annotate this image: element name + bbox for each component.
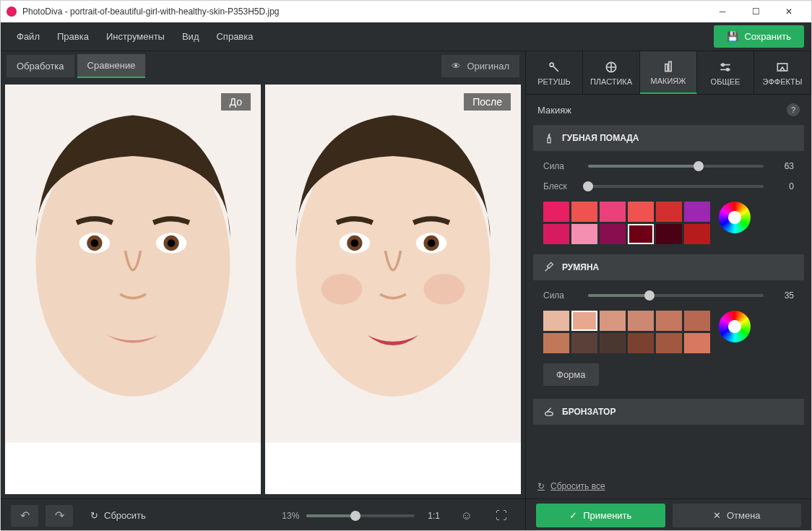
color-swatch[interactable] xyxy=(600,333,626,353)
color-swatch[interactable] xyxy=(543,311,569,331)
reset-button[interactable]: ↻ Сбросить xyxy=(80,506,156,525)
menu-view[interactable]: Вид xyxy=(173,31,208,42)
save-button[interactable]: 💾 Сохранить xyxy=(714,25,804,48)
apply-button[interactable]: ✓ Применить xyxy=(536,504,665,527)
lipstick-section-header[interactable]: ГУБНАЯ ПОМАДА xyxy=(533,125,804,151)
svg-point-10 xyxy=(321,274,363,304)
zoom-value: 13% xyxy=(282,511,299,521)
color-swatch[interactable] xyxy=(628,224,654,244)
color-swatch[interactable] xyxy=(628,333,654,353)
color-swatch[interactable] xyxy=(656,224,682,244)
view-tabs: Обработка Сравнение 👁 Оригинал xyxy=(1,51,525,80)
original-button[interactable]: 👁 Оригинал xyxy=(441,55,519,77)
sliders-icon xyxy=(718,60,733,74)
menu-help[interactable]: Справка xyxy=(207,31,262,42)
blush-strength-label: Сила xyxy=(543,290,579,301)
sculpt-icon xyxy=(604,60,618,74)
blush-strength-value: 35 xyxy=(772,290,794,301)
lipstick-color-wheel[interactable] xyxy=(719,202,751,233)
zoom-slider[interactable] xyxy=(306,514,415,517)
lipstick-strength-slider[interactable] xyxy=(588,165,764,168)
image-comparison-area: До Посл xyxy=(1,80,525,498)
svg-point-22 xyxy=(722,64,724,66)
bronzer-section-header[interactable]: БРОНЗАТОР xyxy=(533,399,804,425)
color-swatch[interactable] xyxy=(684,202,710,222)
lipstick-gloss-value: 0 xyxy=(772,181,794,191)
lipstick-gloss-row: Блеск 0 xyxy=(533,181,804,191)
tool-tab-sculpt[interactable]: ПЛАСТИКА xyxy=(583,51,640,94)
tool-tab-effects[interactable]: ЭФФЕКТЫ xyxy=(754,51,811,94)
blush-strength-slider[interactable] xyxy=(588,294,764,297)
color-swatch[interactable] xyxy=(628,202,654,222)
color-swatch[interactable] xyxy=(684,311,710,331)
svg-point-17 xyxy=(428,239,436,247)
minimize-button[interactable]: ─ xyxy=(706,1,739,22)
menu-tools[interactable]: Инструменты xyxy=(98,31,173,42)
svg-rect-21 xyxy=(669,61,671,71)
blush-color-grid xyxy=(543,311,710,353)
reset-all-icon: ↻ xyxy=(537,481,545,491)
action-bar: ✓ Применить ✕ Отмена xyxy=(526,498,811,531)
reset-icon: ↻ xyxy=(90,510,98,521)
help-button[interactable]: ? xyxy=(787,103,800,116)
retouch-icon xyxy=(547,60,561,74)
color-swatch[interactable] xyxy=(628,311,654,331)
color-swatch[interactable] xyxy=(656,333,682,353)
window-title: PhotoDiva - portrait-of-beautiful-girl-w… xyxy=(22,7,706,17)
x-icon: ✕ xyxy=(713,510,721,521)
blush-section-header[interactable]: РУМЯНА xyxy=(533,254,804,280)
fullscreen-button[interactable]: ⛶ xyxy=(488,505,515,527)
color-swatch[interactable] xyxy=(600,202,626,222)
color-swatch[interactable] xyxy=(656,202,682,222)
color-swatch[interactable] xyxy=(543,202,569,222)
menu-bar: Файл Правка Инструменты Вид Справка 💾 Со… xyxy=(1,22,811,51)
color-swatch[interactable] xyxy=(600,224,626,244)
tab-processing[interactable]: Обработка xyxy=(7,55,74,77)
lipstick-strength-label: Сила xyxy=(543,161,579,171)
color-swatch[interactable] xyxy=(684,224,710,244)
color-swatch[interactable] xyxy=(543,224,569,244)
makeup-icon xyxy=(661,59,675,74)
brush-icon xyxy=(543,262,555,273)
lipstick-strength-row: Сила 63 xyxy=(533,161,804,171)
powder-icon xyxy=(543,406,555,418)
blush-color-wheel[interactable] xyxy=(719,311,751,342)
tool-tab-makeup[interactable]: МАКИЯЖ xyxy=(640,51,697,94)
tab-compare[interactable]: Сравнение xyxy=(77,54,146,78)
undo-button[interactable]: ↶ xyxy=(11,505,38,527)
color-swatch[interactable] xyxy=(571,311,597,331)
svg-point-23 xyxy=(727,68,729,70)
reset-all-button[interactable]: ↻ Сбросить все xyxy=(526,474,811,498)
cancel-button[interactable]: ✕ Отмена xyxy=(673,504,802,527)
color-swatch[interactable] xyxy=(656,311,682,331)
color-swatch[interactable] xyxy=(543,333,569,353)
after-pane[interactable]: После xyxy=(265,85,521,494)
blush-strength-row: Сила 35 xyxy=(533,290,804,301)
color-swatch[interactable] xyxy=(571,333,597,353)
effects-icon xyxy=(775,60,790,74)
menu-file[interactable]: Файл xyxy=(8,31,48,42)
tool-tab-retouch[interactable]: РЕТУШЬ xyxy=(526,51,583,94)
blush-shape-button[interactable]: Форма xyxy=(543,363,599,386)
svg-point-7 xyxy=(168,239,176,247)
color-swatch[interactable] xyxy=(600,311,626,331)
zoom-ratio-button[interactable]: 1:1 xyxy=(428,511,440,521)
close-button[interactable]: ✕ xyxy=(772,1,805,22)
tool-tab-general[interactable]: ОБЩЕЕ xyxy=(697,51,754,94)
svg-rect-25 xyxy=(548,138,550,143)
color-swatch[interactable] xyxy=(571,202,597,222)
maximize-button[interactable]: ☐ xyxy=(739,1,772,22)
lipstick-icon xyxy=(543,132,555,144)
color-swatch[interactable] xyxy=(571,224,597,244)
eye-icon: 👁 xyxy=(452,61,461,72)
lipstick-gloss-label: Блеск xyxy=(543,181,579,191)
save-icon: 💾 xyxy=(727,31,738,42)
redo-button[interactable]: ↷ xyxy=(46,505,73,527)
makeup-scroll-area[interactable]: ГУБНАЯ ПОМАДА Сила 63 Блеск 0 xyxy=(526,125,811,474)
face-detect-button[interactable]: ☺ xyxy=(453,505,480,527)
color-swatch[interactable] xyxy=(684,333,710,353)
menu-edit[interactable]: Правка xyxy=(48,31,98,42)
lipstick-gloss-slider[interactable] xyxy=(588,185,764,188)
before-pane[interactable]: До xyxy=(5,85,261,494)
after-label: После xyxy=(464,93,511,111)
